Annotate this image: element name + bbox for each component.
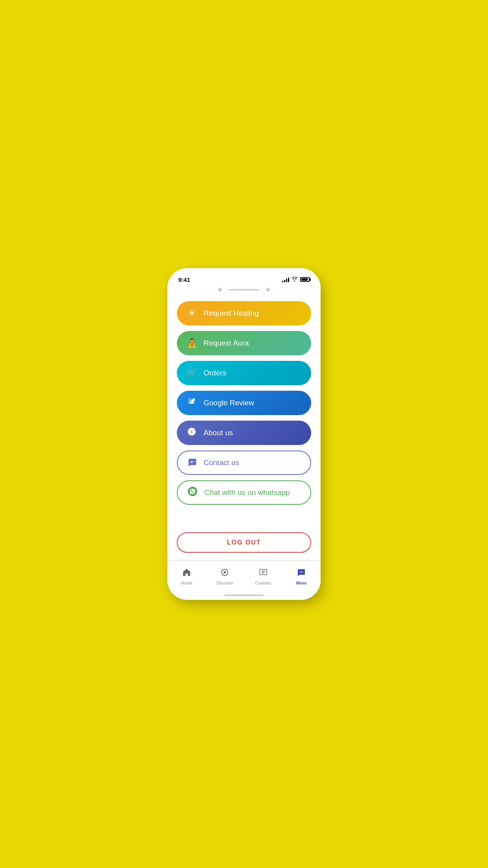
home-bar — [224, 594, 264, 596]
nav-more[interactable]: More — [283, 565, 321, 588]
nav-courses-label: Courses — [255, 581, 271, 585]
spacer — [177, 510, 311, 526]
svg-point-11 — [301, 571, 302, 572]
chat-icon — [187, 458, 197, 468]
camera-dot-right — [266, 288, 270, 292]
pencil-icon — [186, 397, 197, 408]
courses-icon — [259, 568, 268, 579]
whatsapp-icon — [187, 486, 198, 499]
person-icon: 🧘 — [186, 338, 197, 348]
svg-point-10 — [300, 571, 301, 572]
discover-icon — [220, 568, 229, 579]
sun-icon: ☀ — [186, 308, 197, 318]
google-review-label: Google Review — [204, 399, 254, 407]
nav-discover-label: Discover — [216, 581, 233, 585]
nav-home[interactable]: Home — [167, 565, 206, 588]
whatsapp-label: Chat with us on whatsapp — [204, 488, 290, 497]
phone-frame: 9:41 — [167, 268, 321, 600]
bottom-nav: Home Discover Courses — [167, 561, 321, 592]
notch-area — [167, 288, 321, 295]
camera-front-icon — [218, 288, 222, 292]
nav-home-label: Home — [181, 581, 192, 585]
status-bar: 9:41 — [167, 268, 321, 288]
request-healing-button[interactable]: ☀ Request Healing — [177, 301, 311, 326]
home-indicator-bottom — [167, 592, 321, 600]
cart-icon: 🛒 — [186, 368, 197, 378]
orders-label: Orders — [204, 369, 226, 377]
svg-text:i: i — [191, 429, 193, 435]
info-icon: i — [186, 427, 197, 438]
contact-us-button[interactable]: Contact us — [177, 451, 311, 475]
nav-courses[interactable]: Courses — [244, 565, 283, 588]
about-us-label: About us — [204, 428, 233, 437]
request-aura-button[interactable]: 🧘 Request Aura — [177, 331, 311, 355]
signal-icon — [282, 277, 289, 282]
google-review-button[interactable]: Google Review — [177, 391, 311, 415]
status-time: 9:41 — [178, 276, 190, 283]
orders-button[interactable]: 🛒 Orders — [177, 361, 311, 385]
whatsapp-button[interactable]: Chat with us on whatsapp — [177, 480, 311, 505]
svg-point-12 — [303, 571, 303, 572]
request-healing-label: Request Healing — [204, 309, 259, 318]
request-aura-label: Request Aura — [204, 339, 249, 348]
wifi-icon — [292, 277, 298, 283]
nav-more-label: More — [296, 581, 306, 585]
about-us-button[interactable]: i About us — [177, 421, 311, 445]
svg-rect-3 — [190, 461, 194, 462]
logout-button[interactable]: LOG OUT — [177, 532, 311, 553]
status-icons — [282, 277, 310, 283]
logout-section: LOG OUT — [167, 532, 321, 561]
nav-discover[interactable]: Discover — [206, 565, 244, 588]
contact-us-label: Contact us — [204, 458, 239, 467]
svg-rect-4 — [190, 462, 193, 463]
logout-label: LOG OUT — [227, 539, 261, 546]
more-icon — [297, 568, 306, 579]
battery-icon — [300, 277, 310, 282]
dynamic-island — [228, 289, 260, 291]
home-icon — [182, 568, 191, 579]
main-content: ☀ Request Healing 🧘 Request Aura 🛒 Order… — [167, 295, 321, 532]
